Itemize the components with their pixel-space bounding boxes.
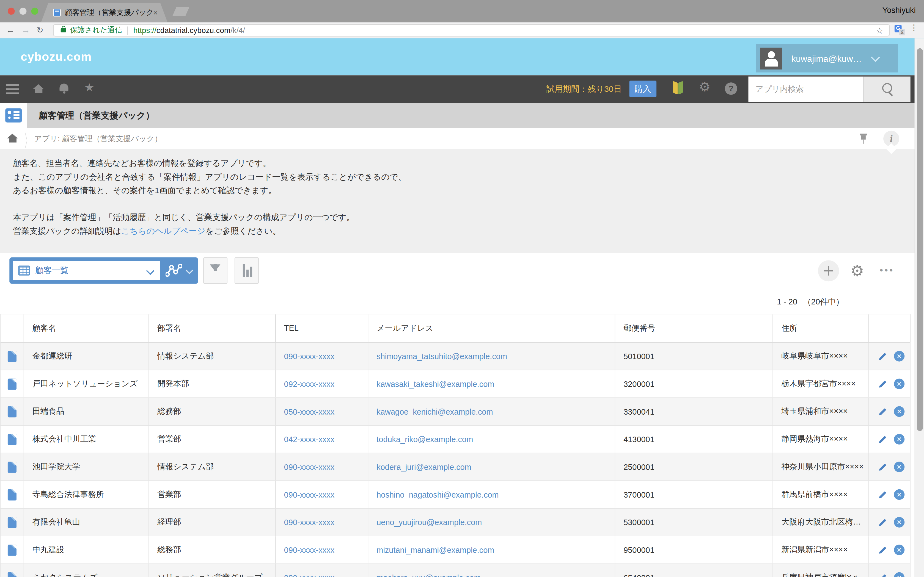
cell-tel-link[interactable]: 090-xxxx-xxxx <box>276 509 368 536</box>
page-scrollbar[interactable] <box>915 38 924 577</box>
delete-record-button[interactable]: ✕ <box>894 406 905 417</box>
hamburger-menu-icon[interactable] <box>6 84 19 97</box>
document-icon[interactable] <box>8 406 16 417</box>
breadcrumb-app-label[interactable]: アプリ: 顧客管理（営業支援パック） <box>34 134 162 144</box>
table-row[interactable]: 池田学院大学情報システム部090-xxxx-xxxxkodera_juri@ex… <box>0 453 910 481</box>
close-window-button[interactable] <box>8 8 15 15</box>
edit-pencil-icon[interactable] <box>877 490 887 500</box>
delete-record-button[interactable]: ✕ <box>894 517 905 527</box>
table-row[interactable]: 株式会社中川工業営業部042-xxxx-xxxxtoduka_riko@exam… <box>0 425 910 453</box>
edit-pencil-icon[interactable] <box>877 351 887 361</box>
purchase-button[interactable]: 購入 <box>630 81 657 97</box>
delete-record-button[interactable]: ✕ <box>894 462 905 472</box>
column-header-email[interactable]: メールアドレス <box>368 314 615 342</box>
maximize-window-button[interactable] <box>31 8 39 15</box>
filter-button[interactable] <box>203 257 228 284</box>
column-header-address[interactable]: 住所 <box>773 314 869 342</box>
cell-email-link[interactable]: shimoyama_tatsuhito@example.com <box>368 343 615 370</box>
cell-email-link[interactable]: maehara_yuu@example.com <box>368 564 615 577</box>
user-menu[interactable]: kuwajima@kuw… <box>756 44 898 73</box>
table-row[interactable]: 田端食品総務部050-xxxx-xxxxkawagoe_kenichi@exam… <box>0 398 910 426</box>
search-button[interactable] <box>863 77 910 102</box>
cell-tel-link[interactable]: 090-xxxx-xxxx <box>276 481 368 508</box>
edit-pencil-icon[interactable] <box>877 462 887 472</box>
edit-pencil-icon[interactable] <box>877 517 887 527</box>
minimize-window-button[interactable] <box>19 8 27 15</box>
document-icon[interactable] <box>8 572 16 577</box>
browser-menu-icon[interactable]: ⋮ <box>910 24 918 32</box>
cell-email-link[interactable]: kawagoe_kenichi@example.com <box>368 398 615 425</box>
cybozu-logo[interactable]: cybozu.com <box>21 50 92 63</box>
home-icon[interactable] <box>33 84 44 93</box>
document-icon[interactable] <box>8 378 16 390</box>
settings-gear-icon[interactable]: ⚙ <box>699 81 710 94</box>
edit-pencil-icon[interactable] <box>877 434 887 444</box>
beginner-guide-icon[interactable] <box>672 82 685 96</box>
delete-record-button[interactable]: ✕ <box>894 572 905 577</box>
app-search-input[interactable] <box>748 77 863 102</box>
browser-tab[interactable]: 顧客管理（営業支援パック） - レ × <box>41 3 168 22</box>
column-header-name[interactable]: 顧客名 <box>24 314 149 342</box>
view-selector-dropdown[interactable]: 顧客一覧 <box>13 261 160 280</box>
help-page-link[interactable]: こちらのヘルプページ <box>121 226 205 235</box>
pin-icon[interactable] <box>859 134 867 143</box>
cell-tel-link[interactable]: 092-xxxx-xxxx <box>276 371 368 398</box>
cell-tel-link[interactable]: 090-xxxx-xxxx <box>276 343 368 370</box>
delete-record-button[interactable]: ✕ <box>894 545 905 555</box>
cell-tel-link[interactable]: 090-xxxx-xxxx <box>276 536 368 564</box>
document-icon[interactable] <box>8 351 16 362</box>
more-options-icon[interactable]: ••• <box>880 265 894 275</box>
contact-card-app-icon[interactable] <box>5 108 22 122</box>
table-row[interactable]: 寺島総合法律事務所営業部090-xxxx-xxxxhoshino_nagatos… <box>0 481 910 509</box>
table-row[interactable]: 金都運総研情報システム部090-xxxx-xxxxshimoyama_tatsu… <box>0 343 910 371</box>
chart-button[interactable] <box>234 257 259 284</box>
edit-pencil-icon[interactable] <box>877 407 887 417</box>
help-icon[interactable]: ? <box>725 82 737 95</box>
table-row[interactable]: 戸田ネットソリューションズ開発本部092-xxxx-xxxxkawasaki_t… <box>0 371 910 398</box>
document-icon[interactable] <box>8 489 16 500</box>
table-row[interactable]: 中丸建設総務部090-xxxx-xxxxmizutani_manami@exam… <box>0 536 910 564</box>
cell-tel-link[interactable]: 090-xxxx-xxxx <box>276 564 368 577</box>
delete-record-button[interactable]: ✕ <box>894 379 905 389</box>
edit-pencil-icon[interactable] <box>877 545 887 555</box>
column-header-dept[interactable]: 部署名 <box>149 314 276 342</box>
cell-email-link[interactable]: kawasaki_takeshi@example.com <box>368 371 615 398</box>
tab-close-icon[interactable]: × <box>153 8 158 16</box>
delete-record-button[interactable]: ✕ <box>894 434 905 445</box>
cell-email-link[interactable]: toduka_riko@example.com <box>368 425 615 453</box>
browser-profile-name[interactable]: Yoshiyuki <box>882 6 916 15</box>
breadcrumb-home-icon[interactable] <box>7 134 18 142</box>
edit-pencil-icon[interactable] <box>877 379 887 389</box>
column-header-zip[interactable]: 郵便番号 <box>615 314 773 342</box>
document-icon[interactable] <box>8 434 16 445</box>
forward-button[interactable]: → <box>21 24 30 36</box>
back-button[interactable]: ← <box>6 24 15 36</box>
cell-tel-link[interactable]: 050-xxxx-xxxx <box>276 398 368 425</box>
document-icon[interactable] <box>8 544 16 556</box>
scrollbar-thumb[interactable] <box>917 48 922 431</box>
favorites-star-icon[interactable]: ★ <box>84 82 94 93</box>
edit-pencil-icon[interactable] <box>877 572 887 577</box>
new-tab-button[interactable] <box>173 7 189 16</box>
cell-tel-link[interactable]: 090-xxxx-xxxx <box>276 453 368 480</box>
graph-menu-button[interactable] <box>160 257 198 284</box>
delete-record-button[interactable]: ✕ <box>894 351 905 362</box>
add-record-button[interactable] <box>818 260 839 281</box>
cell-tel-link[interactable]: 042-xxxx-xxxx <box>276 425 368 453</box>
delete-record-button[interactable]: ✕ <box>894 489 905 500</box>
cell-email-link[interactable]: hoshino_nagatoshi@example.com <box>368 481 615 508</box>
reload-button[interactable]: ↻ <box>37 24 44 36</box>
cell-email-link[interactable]: ueno_yuujirou@example.com <box>368 509 615 536</box>
column-header-tel[interactable]: TEL <box>276 314 368 342</box>
translate-icon[interactable]: G 文 <box>895 25 905 35</box>
table-row[interactable]: ミヤタシステムズソリューション営業グループ090-xxxx-xxxxmaehar… <box>0 564 910 577</box>
table-row[interactable]: 有限会社亀山経理部090-xxxx-xxxxueno_yuujirou@exam… <box>0 509 910 536</box>
notifications-bell-icon[interactable] <box>60 84 68 91</box>
cell-email-link[interactable]: kodera_juri@example.com <box>368 453 615 480</box>
app-settings-gear-icon[interactable]: ⚙ <box>850 263 864 279</box>
address-bar[interactable]: 保護された通信 https://cdatatrial.cybozu.com/k/… <box>53 24 890 37</box>
document-icon[interactable] <box>8 517 16 528</box>
document-icon[interactable] <box>8 461 16 472</box>
cell-email-link[interactable]: mizutani_manami@example.com <box>368 536 615 564</box>
bookmark-star-icon[interactable]: ☆ <box>876 26 883 35</box>
